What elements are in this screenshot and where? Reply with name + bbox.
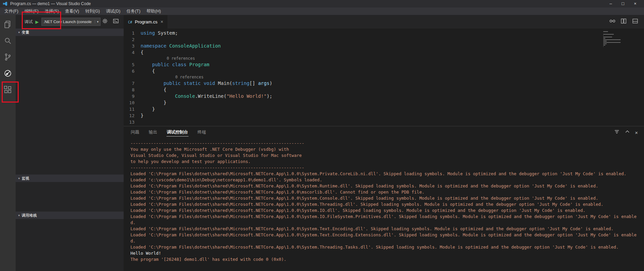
codelens-references[interactable]: 0 references	[124, 56, 644, 61]
configure-launch-gear-button[interactable]	[102, 18, 108, 25]
code-line[interactable]: 9 Console.WriteLine("Hello World!");	[124, 93, 644, 100]
console-line: ----------------------------------------…	[130, 140, 639, 146]
editor-area: C# Program.cs ×	[124, 15, 644, 271]
csharp-file-icon: C#	[128, 19, 133, 24]
minimap-line	[603, 38, 605, 39]
code-line[interactable]: 12}	[124, 112, 644, 119]
minimap-line	[603, 35, 604, 36]
code-line[interactable]: 8 {	[124, 87, 644, 93]
activity-bar-search[interactable]	[0, 33, 16, 49]
section-header-variables[interactable]: ▾变量	[16, 29, 124, 36]
activity-bar-explorer[interactable]	[0, 16, 16, 33]
console-line: Loaded 'C:\Program Files\dotnet\shared\M…	[130, 226, 639, 232]
activity-bar-debug[interactable]	[0, 65, 16, 82]
open-changes-button[interactable]	[609, 18, 615, 26]
debug-console-output: ----------------------------------------…	[124, 139, 644, 271]
menu-item[interactable]: 查看(V)	[62, 7, 82, 15]
panel-tab-output[interactable]: 输出	[148, 128, 158, 137]
menu-item[interactable]: 转到(G)	[82, 7, 103, 15]
tab-program-cs[interactable]: C# Program.cs ×	[124, 15, 167, 29]
window-title: Program.cs — demo1 — Visual Studio Code	[10, 1, 91, 6]
console-line: ----------------------------------------…	[130, 165, 639, 171]
chevron-down-icon: ▾	[95, 20, 99, 23]
line-number: 13	[124, 119, 141, 125]
line-number: 4	[124, 49, 141, 56]
menu-item[interactable]: 任务(T)	[123, 7, 143, 15]
code-text: Console.WriteLine("Hello World!");	[141, 93, 272, 100]
filter-icon	[614, 129, 620, 135]
menu-item[interactable]: 帮助(H)	[143, 7, 164, 15]
vscode-logo-icon	[3, 1, 7, 6]
maximize-button[interactable]: □	[617, 0, 629, 7]
toggle-panel-button[interactable]	[632, 18, 639, 26]
panel-tab-problems[interactable]: 问题	[130, 128, 140, 137]
code-editor[interactable]: 1using System;23namespace ConsoleApplica…	[124, 29, 644, 126]
menu-item[interactable]: 选择(S)	[42, 7, 62, 15]
line-number: 7	[124, 80, 141, 87]
console-line: Loaded 'C:\Program Files\dotnet\shared\M…	[130, 195, 639, 201]
codelens-references[interactable]: 0 references	[124, 74, 644, 80]
maximize-panel-button[interactable]	[625, 129, 630, 136]
tab-label: Program.cs	[135, 19, 157, 24]
launch-configuration-dropdown[interactable]: .NET Core Launch (console ▾	[41, 18, 101, 26]
code-line[interactable]: 1using System;	[124, 30, 644, 36]
code-text: {	[141, 68, 155, 74]
code-text: }	[141, 100, 166, 106]
filter-output-button[interactable]	[614, 129, 620, 136]
line-number: 8	[124, 87, 141, 93]
code-line[interactable]: 5 public class Program	[124, 61, 644, 68]
launch-configuration-label: .NET Core Launch (console	[43, 20, 93, 24]
console-line: Loaded 'c:\vscode\demo1\bin\Debug\netcor…	[130, 177, 639, 183]
minimap[interactable]	[603, 31, 624, 48]
code-line[interactable]: 7 public static void Main(string[] args)	[124, 80, 644, 87]
start-debugging-button[interactable]: ▶	[35, 19, 39, 24]
split-editor-button[interactable]	[620, 18, 627, 26]
code-line[interactable]: 4{	[124, 49, 644, 56]
panel-tab-terminal[interactable]: 终端	[197, 128, 207, 137]
line-number: 3	[124, 43, 141, 49]
console-line: Loaded 'C:\Program Files\dotnet\shared\M…	[130, 183, 639, 189]
line-number: 11	[124, 106, 141, 112]
minimap-line	[603, 45, 605, 46]
section-header-watch[interactable]: ▾监视	[16, 175, 124, 182]
menu-item[interactable]: 文件(F)	[1, 7, 21, 15]
collapse-twisty-icon: ▾	[18, 177, 20, 180]
activity-bar-source-control[interactable]	[0, 49, 16, 65]
open-debug-console-button[interactable]	[113, 18, 119, 25]
code-line[interactable]: 6 {	[124, 68, 644, 74]
code-line[interactable]: 3namespace ConsoleApplication	[124, 43, 644, 49]
code-line[interactable]: 10 }	[124, 100, 644, 106]
debug-section-callstack: ▾调用堆栈	[16, 212, 124, 271]
debug-section-watch: ▾监视	[16, 175, 124, 212]
menu-item[interactable]: 编辑(E)	[21, 7, 42, 15]
activity-bar	[0, 15, 16, 271]
code-line[interactable]: 13	[124, 119, 644, 125]
minimap-line	[603, 42, 621, 43]
menu-item[interactable]: 调试(D)	[103, 7, 123, 15]
tab-close-icon[interactable]: ×	[160, 19, 163, 24]
code-line[interactable]: 11 }	[124, 106, 644, 112]
section-label: 调用堆栈	[22, 213, 37, 218]
console-line: Loaded 'C:\Program Files\dotnet\shared\M…	[130, 232, 639, 244]
close-panel-button[interactable]: ×	[635, 130, 638, 135]
panel-tab-debug-console[interactable]: 调试控制台	[166, 128, 189, 137]
split-editor-icon	[620, 18, 627, 24]
console-line: Loaded 'C:\Program Files\dotnet\shared\M…	[130, 214, 639, 226]
collapse-twisty-icon: ▾	[18, 214, 20, 217]
section-header-callstack[interactable]: ▾调用堆栈	[16, 212, 124, 219]
close-button[interactable]: ×	[629, 0, 641, 7]
activity-bar-extensions[interactable]	[0, 82, 16, 98]
console-line: Loaded 'C:\Program Files\dotnet\shared\M…	[130, 189, 639, 195]
code-line[interactable]: 2	[124, 36, 644, 43]
title-bar: Program.cs — demo1 — Visual Studio Code …	[0, 0, 644, 7]
window-controls: – □ ×	[605, 0, 641, 7]
line-number: 12	[124, 112, 141, 119]
minimize-button[interactable]: –	[605, 0, 617, 7]
code-text: namespace ConsoleApplication	[141, 43, 221, 49]
panel-tabs: 问题输出调试控制台终端	[130, 128, 215, 137]
extensions-icon	[3, 85, 12, 94]
minimap-line	[603, 31, 608, 32]
debug-icon	[3, 69, 12, 78]
console-line: to help you develop and test your applic…	[130, 159, 639, 165]
editor-actions	[609, 15, 644, 29]
